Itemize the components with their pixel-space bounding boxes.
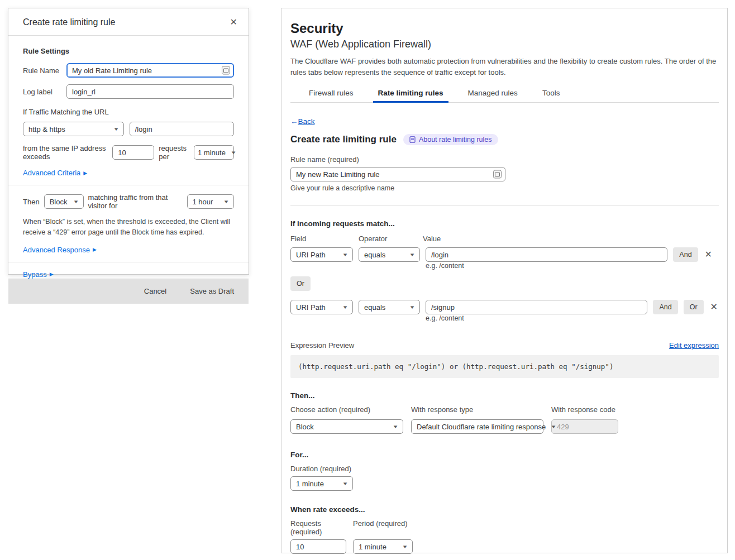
rate-heading: When rate exceeds... [290, 505, 719, 514]
log-label-input[interactable] [66, 84, 234, 99]
advanced-criteria-label: Advanced Criteria [23, 169, 80, 177]
duration-select[interactable]: 1 minute ▼ [290, 476, 353, 491]
rule-name-row: Rule Name [23, 63, 234, 78]
value-input[interactable] [426, 300, 647, 314]
rule-name-helper: Give your rule a descriptive name [290, 184, 719, 192]
operator-column-label: Operator [359, 234, 423, 243]
expression-preview-label: Expression Preview [290, 341, 354, 350]
and-button[interactable]: And [673, 247, 698, 262]
period-select[interactable]: 1 minute ▼ [194, 145, 234, 160]
edit-expression-link[interactable]: Edit expression [669, 341, 719, 350]
modal-footer: Cancel Save as Draft [8, 279, 249, 304]
rule-name-input[interactable] [66, 63, 234, 78]
tab-tools[interactable]: Tools [537, 87, 565, 103]
chevron-down-icon: ▼ [223, 199, 230, 204]
advanced-response-label: Advanced Response [23, 246, 90, 254]
log-label-row: Log label [23, 84, 234, 99]
close-icon[interactable]: ✕ [229, 18, 238, 27]
response-code-input [551, 419, 618, 434]
field-value: URI Path [296, 303, 326, 312]
tab-firewall-rules[interactable]: Firewall rules [304, 87, 359, 103]
field-value: URI Path [296, 251, 326, 259]
exceeds-label: from the same IP address exceeds [23, 144, 108, 161]
tab-managed-rules[interactable]: Managed rules [463, 87, 523, 103]
condition-row: URI Path ▼ equals ▼ And ✕ e.g. /content [290, 247, 719, 270]
chevron-down-icon: ▼ [409, 252, 415, 257]
tab-rate-limiting-rules[interactable]: Rate limiting rules [373, 87, 448, 103]
field-column-label: Field [290, 234, 359, 243]
chevron-down-icon: ▼ [402, 544, 408, 549]
back-label: Back [298, 117, 315, 126]
form-title: Create rate limiting rule [290, 134, 397, 145]
operator-select[interactable]: equals ▼ [359, 247, 420, 262]
advanced-response-link[interactable]: Advanced Response ▶ [23, 246, 97, 254]
for-heading: For... [290, 451, 719, 459]
or-button[interactable]: Or [684, 300, 704, 314]
operator-value: equals [364, 251, 385, 259]
period-select[interactable]: 1 minute ▼ [353, 539, 413, 554]
period-value: 1 minute [198, 149, 226, 157]
scheme-value: http & https [28, 125, 65, 133]
duration-value: 1 minute [296, 480, 324, 488]
response-type-select[interactable]: Default Cloudflare rate limiting respons… [411, 419, 543, 434]
remove-condition-icon[interactable]: ✕ [709, 303, 719, 312]
triangle-right-icon: ▶ [50, 271, 54, 277]
action-value: Block [50, 198, 68, 206]
bypass-link[interactable]: Bypass ▶ [23, 270, 54, 279]
advanced-criteria-link[interactable]: Advanced Criteria ▶ [23, 169, 87, 177]
requests-input[interactable] [112, 145, 154, 160]
url-input[interactable] [130, 122, 234, 136]
document-icon [409, 136, 416, 143]
period-value: 1 minute [359, 543, 386, 551]
autofill-icon[interactable] [493, 170, 502, 179]
operator-select[interactable]: equals ▼ [359, 300, 420, 314]
field-select[interactable]: URI Path ▼ [290, 300, 353, 314]
triangle-right-icon: ▶ [83, 170, 87, 176]
page-title: Security [290, 21, 719, 36]
requests-input[interactable] [290, 539, 346, 554]
action-select[interactable]: Block ▼ [290, 419, 403, 434]
value-input[interactable] [426, 247, 667, 262]
modal-header: Create rate limiting rule ✕ [8, 8, 249, 36]
action-select[interactable]: Block ▼ [44, 194, 84, 209]
chevron-down-icon: ▼ [113, 127, 119, 132]
chevron-down-icon: ▼ [392, 424, 398, 429]
rule-settings-heading: Rule Settings [23, 47, 234, 55]
response-type-label: With response type [411, 405, 543, 414]
duration-select[interactable]: 1 hour ▼ [187, 194, 234, 209]
then-heading: Then... [290, 391, 719, 400]
response-type-value: Default Cloudflare rate limiting respons… [417, 423, 546, 431]
operator-value: equals [364, 303, 385, 312]
triangle-right-icon: ▶ [93, 247, 97, 252]
create-rule-modal: Create rate limiting rule ✕ Rule Setting… [8, 8, 249, 275]
remove-condition-icon[interactable]: ✕ [704, 250, 713, 259]
modal-title: Create rate limiting rule [23, 17, 115, 27]
action-value: Block [296, 423, 314, 431]
matching-label: matching traffic from that visitor for [88, 193, 183, 210]
field-select[interactable]: URI Path ▼ [290, 247, 353, 262]
traffic-matching-heading: If Traffic Matching the URL [23, 108, 234, 116]
waf-tabs: Firewall rules Rate limiting rules Manag… [290, 87, 719, 103]
rule-name-input[interactable] [290, 167, 505, 181]
match-heading: If incoming requests match... [290, 219, 719, 228]
autofill-icon[interactable] [222, 66, 230, 75]
or-connector-button[interactable]: Or [290, 276, 311, 291]
scheme-select[interactable]: http & https ▼ [23, 122, 124, 136]
page-subtitle: WAF (Web Application Firewall) [290, 39, 719, 50]
back-arrow-icon: ← [290, 117, 298, 126]
chevron-down-icon: ▼ [409, 305, 415, 310]
and-button[interactable]: And [653, 300, 677, 314]
security-waf-panel: Security WAF (Web Application Firewall) … [281, 8, 728, 553]
requests-per-label: requests per [159, 144, 189, 161]
divider [8, 185, 249, 185]
then-row: Then Block ▼ matching traffic from that … [23, 193, 234, 210]
divider [8, 262, 249, 262]
value-column-label: Value [423, 234, 719, 243]
divider [290, 205, 719, 206]
about-rate-limiting-badge[interactable]: About rate limiting rules [403, 134, 498, 145]
log-label-label: Log label [23, 88, 66, 96]
save-as-draft-button[interactable]: Save as Draft [190, 287, 234, 295]
bypass-label: Bypass [23, 270, 47, 279]
cancel-button[interactable]: Cancel [144, 287, 166, 295]
back-link[interactable]: ←Back [290, 117, 315, 126]
